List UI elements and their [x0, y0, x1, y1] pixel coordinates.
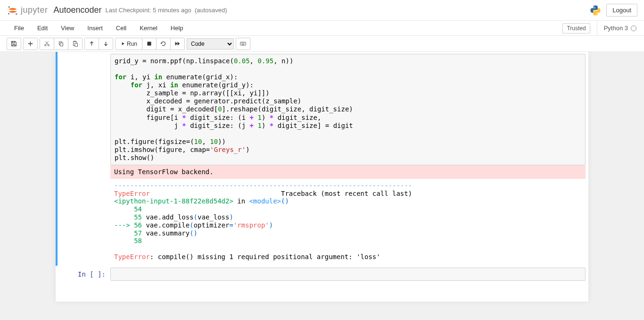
svg-point-1	[16, 13, 17, 15]
menubar: File Edit View Insert Cell Kernel Help T…	[0, 21, 644, 36]
restart-run-button[interactable]	[170, 38, 184, 50]
menu-cell[interactable]: Cell	[109, 22, 133, 34]
cut-button[interactable]	[40, 38, 54, 50]
kernel-name: Python 3	[604, 25, 628, 32]
jupyter-icon	[7, 4, 19, 17]
svg-point-0	[8, 6, 10, 8]
kernel-status-icon	[631, 25, 636, 31]
svg-rect-6	[60, 43, 63, 46]
command-palette-button[interactable]	[236, 38, 250, 50]
header-bar: jupyter Autoencoder Last Checkpoint: 5 m…	[0, 0, 644, 21]
kernel-indicator: Python 3	[597, 21, 636, 35]
jupyter-logo[interactable]: jupyter	[7, 4, 48, 17]
keyboard-icon	[240, 41, 246, 47]
stop-icon	[146, 41, 152, 47]
copy-icon	[58, 41, 64, 47]
menu-file[interactable]: File	[8, 22, 31, 34]
svg-rect-9	[75, 43, 78, 47]
checkpoint-text: Last Checkpoint: 5 minutes ago (autosave…	[106, 7, 227, 14]
plus-icon	[27, 41, 33, 47]
save-button[interactable]	[7, 38, 21, 50]
menu-edit[interactable]: Edit	[31, 22, 54, 34]
cell-type-select[interactable]: Code	[187, 38, 234, 50]
arrow-down-icon	[103, 41, 109, 47]
move-down-button[interactable]	[99, 38, 113, 50]
menu-kernel[interactable]: Kernel	[133, 22, 164, 34]
svg-rect-10	[147, 42, 151, 45]
cut-icon	[44, 41, 50, 47]
arrow-up-icon	[89, 41, 95, 47]
trusted-indicator[interactable]: Trusted	[562, 23, 590, 34]
svg-point-2	[8, 13, 9, 14]
svg-point-4	[48, 44, 49, 46]
menu-view[interactable]: View	[54, 22, 81, 34]
save-icon	[11, 41, 17, 47]
svg-rect-8	[74, 41, 75, 42]
run-button[interactable]: Run	[116, 38, 142, 50]
run-icon	[120, 41, 125, 47]
copy-button[interactable]	[54, 38, 68, 50]
restart-icon	[160, 41, 166, 47]
paste-button[interactable]	[68, 38, 82, 50]
paste-icon	[72, 41, 78, 47]
python-icon	[589, 4, 602, 17]
logout-button[interactable]: Logout	[606, 4, 637, 17]
svg-point-3	[45, 44, 46, 46]
restart-button[interactable]	[156, 38, 170, 50]
stop-button[interactable]	[142, 38, 156, 50]
menu-help[interactable]: Help	[164, 22, 190, 34]
menu-insert[interactable]: Insert	[81, 22, 109, 34]
notebook-title[interactable]: Autoencoder	[54, 5, 102, 15]
move-up-button[interactable]	[85, 38, 99, 50]
toolbar: Run Code	[0, 36, 644, 52]
logo-text: jupyter	[21, 5, 48, 15]
add-cell-button[interactable]	[24, 38, 37, 50]
fast-forward-icon	[174, 41, 181, 47]
